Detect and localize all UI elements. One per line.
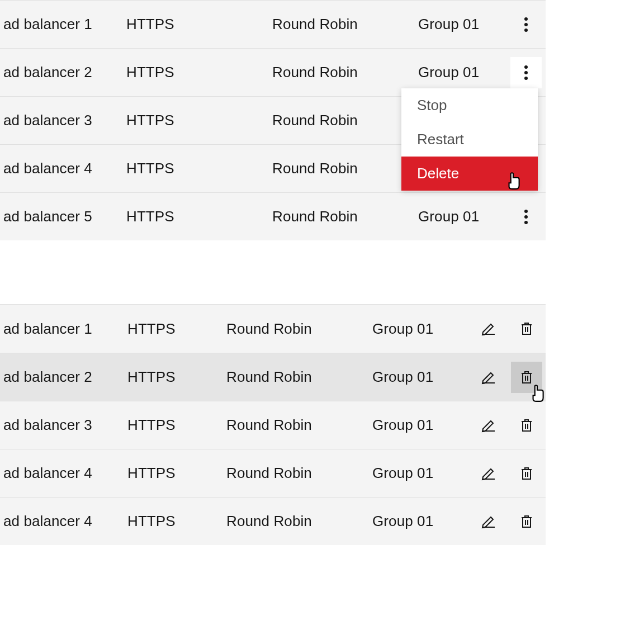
cell-policy: Round Robin bbox=[272, 160, 418, 177]
edit-button[interactable] bbox=[473, 313, 504, 344]
cell-name: ad balancer 1 bbox=[0, 320, 127, 338]
cell-policy: Round Robin bbox=[272, 16, 418, 33]
cell-protocol: HTTPS bbox=[126, 64, 272, 81]
cell-protocol: HTTPS bbox=[127, 416, 226, 434]
table-row[interactable]: ad balancer 1 HTTPS Round Robin Group 01 bbox=[0, 0, 546, 48]
cell-name: ad balancer 2 bbox=[0, 368, 127, 386]
table-row[interactable]: ad balancer 2 HTTPS Round Robin Group 01 bbox=[0, 353, 546, 401]
delete-button[interactable] bbox=[511, 458, 542, 489]
menu-item-restart[interactable]: Restart bbox=[401, 122, 538, 157]
cell-group: Group 01 bbox=[418, 16, 506, 33]
menu-item-delete[interactable]: Delete bbox=[401, 157, 538, 191]
menu-item-stop[interactable]: Stop bbox=[401, 88, 538, 122]
cell-group: Group 01 bbox=[372, 513, 470, 530]
trash-icon bbox=[519, 321, 534, 337]
table-inline-actions-variant: ad balancer 1 HTTPS Round Robin Group 01… bbox=[0, 304, 546, 545]
table-row[interactable]: ad balancer 3 HTTPS Round Robin Group 01 bbox=[0, 401, 546, 449]
cell-name: ad balancer 1 bbox=[0, 16, 126, 33]
cell-protocol: HTTPS bbox=[127, 513, 226, 530]
edit-button[interactable] bbox=[473, 410, 504, 441]
cell-name: ad balancer 2 bbox=[0, 64, 126, 81]
cell-actions bbox=[506, 193, 546, 240]
overflow-menu-button[interactable] bbox=[510, 9, 542, 40]
edit-icon bbox=[481, 418, 496, 433]
cell-group: Group 01 bbox=[418, 64, 506, 81]
cell-policy: Round Robin bbox=[226, 465, 372, 482]
delete-button[interactable] bbox=[511, 313, 542, 344]
cell-policy: Round Robin bbox=[272, 112, 418, 129]
cell-name: ad balancer 3 bbox=[0, 416, 127, 434]
cell-name: ad balancer 5 bbox=[0, 208, 126, 225]
kebab-icon bbox=[524, 71, 528, 74]
cell-policy: Round Robin bbox=[226, 416, 372, 434]
cell-group: Group 01 bbox=[372, 465, 470, 482]
cell-group: Group 01 bbox=[372, 416, 470, 434]
cell-policy: Round Robin bbox=[226, 368, 372, 386]
cell-protocol: HTTPS bbox=[127, 465, 226, 482]
cell-group: Group 01 bbox=[418, 208, 506, 225]
cell-protocol: HTTPS bbox=[126, 208, 272, 225]
overflow-menu-button[interactable] bbox=[510, 57, 542, 88]
cell-group: Group 01 bbox=[372, 368, 470, 386]
cell-name: ad balancer 4 bbox=[0, 160, 126, 177]
delete-button[interactable] bbox=[511, 506, 542, 537]
edit-button[interactable] bbox=[473, 362, 504, 393]
edit-icon bbox=[481, 466, 496, 481]
cell-name: ad balancer 3 bbox=[0, 112, 126, 129]
cell-name: ad balancer 4 bbox=[0, 465, 127, 482]
trash-icon bbox=[519, 514, 534, 529]
edit-button[interactable] bbox=[473, 506, 504, 537]
edit-button[interactable] bbox=[473, 458, 504, 489]
cell-policy: Round Robin bbox=[226, 320, 372, 338]
cell-protocol: HTTPS bbox=[126, 112, 272, 129]
cell-protocol: HTTPS bbox=[127, 368, 226, 386]
edit-icon bbox=[481, 514, 496, 529]
delete-button[interactable] bbox=[511, 362, 542, 393]
overflow-menu: Stop Restart Delete bbox=[401, 88, 538, 191]
cell-policy: Round Robin bbox=[272, 64, 418, 81]
trash-icon bbox=[519, 370, 534, 385]
cell-protocol: HTTPS bbox=[127, 320, 226, 338]
table-row[interactable]: ad balancer 4 HTTPS Round Robin Group 01 bbox=[0, 449, 546, 497]
edit-icon bbox=[481, 321, 496, 337]
trash-icon bbox=[519, 418, 534, 433]
cell-actions bbox=[506, 1, 546, 48]
cell-group: Group 01 bbox=[372, 320, 470, 338]
cell-policy: Round Robin bbox=[226, 513, 372, 530]
table-row[interactable]: ad balancer 4 HTTPS Round Robin Group 01 bbox=[0, 497, 546, 545]
table-row[interactable]: ad balancer 5 HTTPS Round Robin Group 01 bbox=[0, 192, 546, 240]
cell-policy: Round Robin bbox=[272, 208, 418, 225]
table-row[interactable]: ad balancer 1 HTTPS Round Robin Group 01 bbox=[0, 305, 546, 353]
overflow-menu-button[interactable] bbox=[510, 201, 542, 233]
delete-button[interactable] bbox=[511, 410, 542, 441]
edit-icon bbox=[481, 370, 496, 385]
cell-name: ad balancer 4 bbox=[0, 513, 127, 530]
table-overflow-variant: ad balancer 1 HTTPS Round Robin Group 01… bbox=[0, 0, 546, 240]
kebab-icon bbox=[524, 23, 528, 26]
trash-icon bbox=[519, 466, 534, 481]
cell-protocol: HTTPS bbox=[126, 160, 272, 177]
cell-protocol: HTTPS bbox=[126, 16, 272, 33]
kebab-icon bbox=[524, 215, 528, 219]
